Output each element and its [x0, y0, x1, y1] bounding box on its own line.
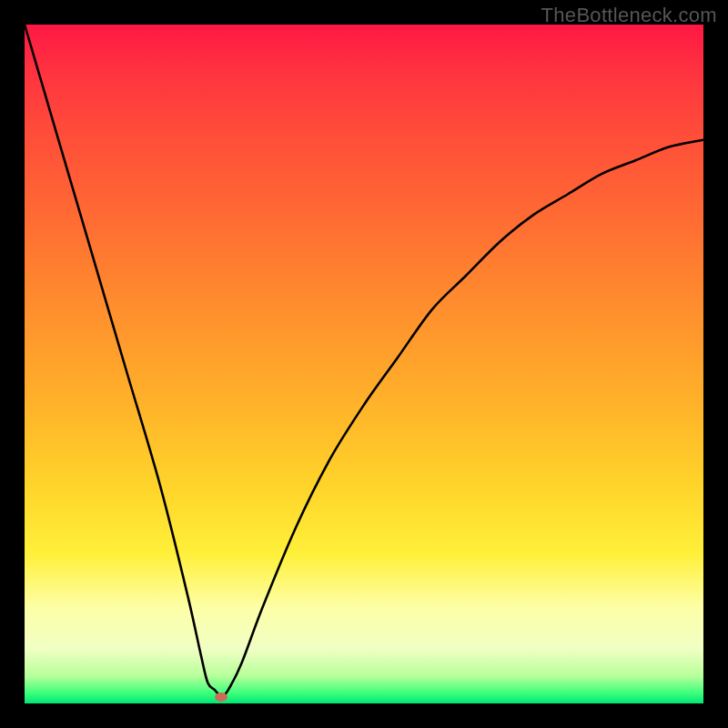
minimum-marker: [215, 693, 228, 702]
plot-area: [25, 25, 703, 703]
bottleneck-curve: [25, 25, 703, 697]
chart-frame: TheBottleneck.com: [0, 0, 728, 728]
curve-svg: [25, 25, 703, 703]
watermark-label: TheBottleneck.com: [541, 4, 717, 27]
